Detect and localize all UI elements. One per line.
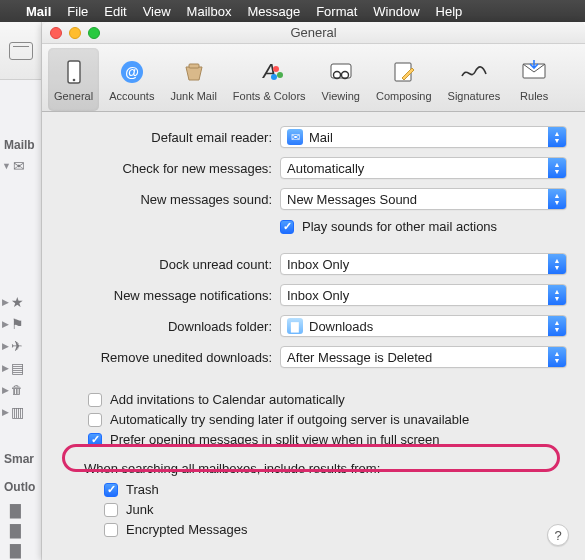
svg-point-7 [277, 72, 283, 78]
dock-count-select[interactable]: Inbox Only ▲▼ [280, 253, 567, 275]
sidebar-row-archive[interactable]: ▶▥ [0, 402, 42, 422]
toolbar-tab-general[interactable]: General [48, 48, 99, 111]
include-trash-label: Trash [126, 482, 159, 497]
new-sound-label: New messages sound: [50, 192, 280, 207]
folder-icon: ▇ [287, 318, 303, 334]
select-arrows-icon: ▲▼ [548, 285, 566, 305]
toolbar-tab-accounts[interactable]: @ Accounts [103, 48, 160, 111]
check-messages-select[interactable]: Automatically ▲▼ [280, 157, 567, 179]
include-junk-label: Junk [126, 502, 153, 517]
mail-main-window-strip: Mailb ▼✉ ▶★ ▶⚑ ▶✈ ▶▤ ▶🗑 ▶▥ Smar Outlo ▇ … [0, 22, 42, 560]
rules-icon [518, 56, 550, 88]
play-sounds-label: Play sounds for other mail actions [302, 219, 497, 234]
add-invitations-label: Add invitations to Calendar automaticall… [110, 392, 345, 407]
menubar-item-help[interactable]: Help [436, 4, 463, 19]
check-messages-label: Check for new messages: [50, 161, 280, 176]
split-view-checkbox[interactable] [88, 433, 102, 447]
remove-downloads-select[interactable]: After Message is Deleted ▲▼ [280, 346, 567, 368]
toolbar-tab-composing[interactable]: Composing [370, 48, 438, 111]
sidebar-row-starred[interactable]: ▶★ [0, 292, 42, 312]
menubar-item-window[interactable]: Window [373, 4, 419, 19]
toolbar-tab-fonts[interactable]: A Fonts & Colors [227, 48, 312, 111]
composing-icon [388, 56, 420, 88]
junk-mail-icon [178, 56, 210, 88]
toolbar-tab-label: Accounts [109, 90, 154, 102]
sidebar-row-drafts[interactable]: ▶▤ [0, 358, 42, 378]
svg-rect-4 [189, 64, 199, 68]
auto-retry-checkbox[interactable] [88, 413, 102, 427]
accounts-icon: @ [116, 56, 148, 88]
preferences-titlebar[interactable]: General [42, 22, 585, 44]
downloads-select[interactable]: ▇Downloads ▲▼ [280, 315, 567, 337]
select-arrows-icon: ▲▼ [548, 347, 566, 367]
remove-downloads-value: After Message is Deleted [287, 350, 432, 365]
select-arrows-icon: ▲▼ [548, 127, 566, 147]
default-reader-select[interactable]: ✉Mail ▲▼ [280, 126, 567, 148]
notifications-value: Inbox Only [287, 288, 349, 303]
downloads-value: Downloads [309, 319, 373, 334]
mailboxes-header: Mailb [4, 138, 35, 152]
svg-point-8 [271, 74, 277, 80]
viewing-icon [325, 56, 357, 88]
preferences-title: General [42, 25, 585, 40]
toolbar-tab-label: Composing [376, 90, 432, 102]
general-icon [58, 56, 90, 88]
add-invitations-checkbox[interactable] [88, 393, 102, 407]
include-junk-checkbox[interactable] [104, 503, 118, 517]
mail-main-toolbar [0, 22, 41, 80]
remove-downloads-label: Remove unedited downloads: [50, 350, 280, 365]
svg-text:@: @ [125, 64, 139, 80]
menubar-item-file[interactable]: File [67, 4, 88, 19]
sidebar-row-trash[interactable]: ▶🗑 [0, 380, 42, 400]
select-arrows-icon: ▲▼ [548, 316, 566, 336]
downloads-label: Downloads folder: [50, 319, 280, 334]
toolbar-tab-rules[interactable]: Rules [510, 48, 558, 111]
notifications-select[interactable]: Inbox Only ▲▼ [280, 284, 567, 306]
new-sound-select[interactable]: New Messages Sound ▲▼ [280, 188, 567, 210]
select-arrows-icon: ▲▼ [548, 189, 566, 209]
sidebar-row-folder-2[interactable]: ▇ [0, 520, 42, 540]
toolbar-tab-label: Fonts & Colors [233, 90, 306, 102]
default-reader-value: Mail [309, 130, 333, 145]
menubar-item-message[interactable]: Message [247, 4, 300, 19]
sidebar-row-sent[interactable]: ▶✈ [0, 336, 42, 356]
dock-count-label: Dock unread count: [50, 257, 280, 272]
menubar-item-edit[interactable]: Edit [104, 4, 126, 19]
svg-point-1 [72, 78, 75, 81]
toolbar-tab-signatures[interactable]: Signatures [442, 48, 507, 111]
split-view-label: Prefer opening messages in split view wh… [110, 432, 440, 447]
help-button[interactable]: ? [547, 524, 569, 546]
preferences-window: General General @ Accounts Junk Mail A F… [42, 22, 585, 560]
include-encrypted-checkbox[interactable] [104, 523, 118, 537]
sidebar-row-folder-1[interactable]: ▇ [0, 500, 42, 520]
sidebar-row-folder-3[interactable]: ▇ [0, 540, 42, 560]
toolbar-tab-label: General [54, 90, 93, 102]
menubar-app-name[interactable]: Mail [26, 4, 51, 19]
toolbar-tab-viewing[interactable]: Viewing [316, 48, 366, 111]
default-reader-label: Default email reader: [50, 130, 280, 145]
mail-app-icon: ✉ [287, 129, 303, 145]
select-arrows-icon: ▲▼ [548, 158, 566, 178]
toolbar-tab-junk[interactable]: Junk Mail [164, 48, 222, 111]
preferences-content: Default email reader: ✉Mail ▲▼ Check for… [42, 112, 585, 552]
account-header: Outlo [4, 480, 35, 494]
preferences-toolbar: General @ Accounts Junk Mail A Fonts & C… [42, 44, 585, 112]
toolbar-tab-label: Junk Mail [170, 90, 216, 102]
toolbar-tab-label: Rules [520, 90, 548, 102]
inbox-icon[interactable] [9, 42, 33, 60]
notifications-label: New message notifications: [50, 288, 280, 303]
menubar-item-view[interactable]: View [143, 4, 171, 19]
menubar-item-format[interactable]: Format [316, 4, 357, 19]
signatures-icon [458, 56, 490, 88]
sidebar-row-flagged[interactable]: ▶⚑ [0, 314, 42, 334]
macos-menubar: Mail File Edit View Mailbox Message Form… [0, 0, 585, 22]
auto-retry-label: Automatically try sending later if outgo… [110, 412, 469, 427]
new-sound-value: New Messages Sound [287, 192, 417, 207]
play-sounds-checkbox[interactable] [280, 220, 294, 234]
smart-mailboxes-header: Smar [4, 452, 34, 466]
include-trash-checkbox[interactable] [104, 483, 118, 497]
menubar-item-mailbox[interactable]: Mailbox [187, 4, 232, 19]
toolbar-tab-label: Signatures [448, 90, 501, 102]
sidebar-row-inbox[interactable]: ▼✉ [0, 156, 42, 176]
fonts-colors-icon: A [253, 56, 285, 88]
